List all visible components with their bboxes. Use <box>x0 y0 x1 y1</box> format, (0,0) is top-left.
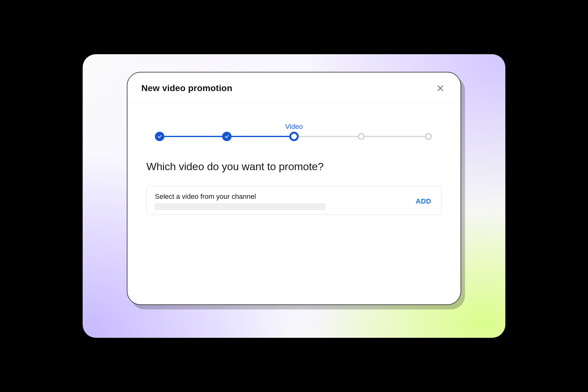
video-select-field[interactable]: Select a video from your channel <box>155 193 408 210</box>
dialog-content: Which video do you want to promote? Sele… <box>127 148 461 215</box>
question-heading: Which video do you want to promote? <box>146 160 442 173</box>
step-3-current[interactable] <box>289 132 299 141</box>
step-2-complete[interactable] <box>222 132 232 141</box>
track-segment-4 <box>361 136 428 137</box>
video-select-label: Select a video from your channel <box>155 193 408 201</box>
step-4-upcoming[interactable] <box>358 133 365 140</box>
track-segment-3 <box>294 136 361 137</box>
step-5-upcoming[interactable] <box>425 133 432 140</box>
step-label-current: Video <box>285 123 303 131</box>
video-select-placeholder <box>155 203 325 210</box>
new-video-promotion-dialog: New video promotion Video <box>127 72 461 305</box>
close-icon <box>436 84 444 92</box>
video-select-row: Select a video from your channel ADD <box>146 186 442 215</box>
stepper: Video <box>156 123 432 145</box>
track-segment-1 <box>160 136 227 137</box>
dialog-header: New video promotion <box>127 72 461 102</box>
gradient-card: New video promotion Video <box>83 54 505 338</box>
track-segment-2 <box>227 136 294 137</box>
dialog-title: New video promotion <box>141 83 232 93</box>
check-icon <box>157 134 162 139</box>
add-button[interactable]: ADD <box>414 195 433 208</box>
check-icon <box>224 134 229 139</box>
close-button[interactable] <box>434 82 447 95</box>
step-1-complete[interactable] <box>155 132 164 141</box>
